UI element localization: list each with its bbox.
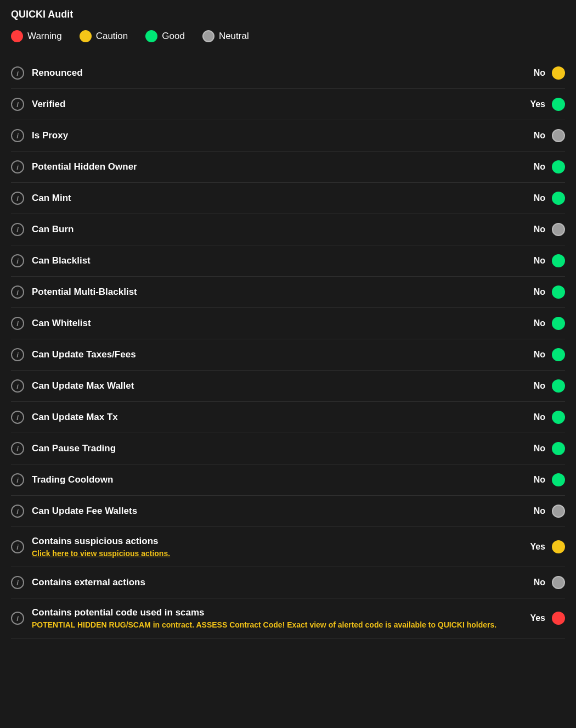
row-label-text-can-mint: Can Mint: [32, 193, 529, 204]
info-icon-contains-suspicious-actions[interactable]: i: [11, 540, 24, 553]
audit-row-verified: iVerifiedYes: [11, 89, 565, 120]
row-value-can-blacklist: No: [529, 256, 545, 266]
row-indicator-can-whitelist: [552, 317, 565, 330]
scam-warning-contains-potential-scam-code: POTENTIAL HIDDEN RUG/SCAM in contract. A…: [32, 620, 529, 629]
audit-row-can-mint: iCan MintNo: [11, 183, 565, 214]
info-icon-is-proxy[interactable]: i: [11, 129, 24, 142]
row-indicator-contains-suspicious-actions: [552, 540, 565, 553]
info-icon-can-mint[interactable]: i: [11, 192, 24, 205]
info-icon-can-update-taxes[interactable]: i: [11, 348, 24, 361]
row-indicator-contains-external-actions: [552, 576, 565, 589]
info-icon-can-burn[interactable]: i: [11, 223, 24, 236]
row-indicator-can-mint: [552, 192, 565, 205]
row-label-text-can-whitelist: Can Whitelist: [32, 318, 529, 329]
info-icon-can-whitelist[interactable]: i: [11, 317, 24, 330]
caution-label: Caution: [96, 31, 128, 42]
row-indicator-can-update-max-tx: [552, 411, 565, 424]
row-label-contains-external-actions: Contains external actions: [32, 577, 529, 588]
row-label-renounced: Renounced: [32, 68, 529, 79]
audit-row-renounced: iRenouncedNo: [11, 58, 565, 89]
app-container: QUICKI Audit Warning Caution Good Neutra…: [11, 9, 565, 639]
row-label-potential-multi-blacklist: Potential Multi-Blacklist: [32, 287, 529, 298]
row-label-can-update-fee-wallets: Can Update Fee Wallets: [32, 506, 529, 517]
audit-row-can-update-max-tx: iCan Update Max TxNo: [11, 402, 565, 433]
row-indicator-can-update-fee-wallets: [552, 505, 565, 518]
row-indicator-can-blacklist: [552, 254, 565, 267]
info-icon-can-update-max-wallet[interactable]: i: [11, 379, 24, 393]
row-link-contains-suspicious-actions[interactable]: Click here to view suspicious actions.: [32, 549, 529, 558]
row-label-text-can-update-max-wallet: Can Update Max Wallet: [32, 380, 529, 391]
row-value-renounced: No: [529, 68, 545, 78]
row-label-text-potential-hidden-owner: Potential Hidden Owner: [32, 161, 529, 172]
row-indicator-potential-multi-blacklist: [552, 285, 565, 299]
info-icon-potential-hidden-owner[interactable]: i: [11, 160, 24, 173]
row-label-text-contains-potential-scam-code: Contains potential code used in scams: [32, 607, 529, 618]
suspicious-link[interactable]: Click here to view suspicious actions.: [32, 549, 170, 558]
row-label-contains-suspicious-actions: Contains suspicious actionsClick here to…: [32, 536, 529, 558]
legend: Warning Caution Good Neutral: [11, 30, 565, 47]
warning-label: Warning: [27, 31, 62, 42]
row-indicator-verified: [552, 98, 565, 111]
audit-row-contains-external-actions: iContains external actionsNo: [11, 567, 565, 598]
info-icon-trading-cooldown[interactable]: i: [11, 473, 24, 486]
info-icon-potential-multi-blacklist[interactable]: i: [11, 285, 24, 299]
row-label-can-burn: Can Burn: [32, 224, 529, 235]
warning-dot: [11, 30, 23, 42]
row-label-can-whitelist: Can Whitelist: [32, 318, 529, 329]
row-value-can-update-max-wallet: No: [529, 381, 545, 391]
row-label-trading-cooldown: Trading Cooldown: [32, 474, 529, 485]
legend-item-neutral: Neutral: [202, 30, 249, 42]
info-icon-verified[interactable]: i: [11, 98, 24, 111]
row-indicator-potential-hidden-owner: [552, 160, 565, 173]
row-value-potential-hidden-owner: No: [529, 162, 545, 172]
row-label-text-contains-external-actions: Contains external actions: [32, 577, 529, 588]
row-label-text-contains-suspicious-actions: Contains suspicious actions: [32, 536, 529, 547]
info-icon-can-update-fee-wallets[interactable]: i: [11, 505, 24, 518]
row-label-text-is-proxy: Is Proxy: [32, 130, 529, 141]
row-label-is-proxy: Is Proxy: [32, 130, 529, 141]
row-label-potential-hidden-owner: Potential Hidden Owner: [32, 161, 529, 172]
row-label-contains-potential-scam-code: Contains potential code used in scamsPOT…: [32, 607, 529, 629]
info-icon-renounced[interactable]: i: [11, 66, 24, 80]
info-icon-can-update-max-tx[interactable]: i: [11, 411, 24, 424]
row-value-can-whitelist: No: [529, 318, 545, 328]
audit-list: iRenouncedNoiVerifiedYesiIs ProxyNoiPote…: [11, 58, 565, 639]
row-label-text-can-blacklist: Can Blacklist: [32, 255, 529, 266]
row-value-contains-potential-scam-code: Yes: [529, 613, 545, 623]
row-indicator-is-proxy: [552, 129, 565, 142]
row-indicator-can-update-taxes: [552, 348, 565, 361]
row-indicator-can-update-max-wallet: [552, 379, 565, 393]
audit-row-potential-multi-blacklist: iPotential Multi-BlacklistNo: [11, 277, 565, 308]
row-label-text-potential-multi-blacklist: Potential Multi-Blacklist: [32, 287, 529, 298]
audit-row-contains-suspicious-actions: iContains suspicious actionsClick here t…: [11, 527, 565, 567]
info-icon-can-blacklist[interactable]: i: [11, 254, 24, 267]
neutral-dot: [202, 30, 214, 42]
good-dot: [145, 30, 157, 42]
row-indicator-renounced: [552, 66, 565, 80]
row-indicator-trading-cooldown: [552, 473, 565, 486]
legend-item-good: Good: [145, 30, 185, 42]
row-label-text-verified: Verified: [32, 99, 529, 110]
row-value-can-update-fee-wallets: No: [529, 506, 545, 516]
row-value-can-burn: No: [529, 225, 545, 234]
row-label-can-update-max-tx: Can Update Max Tx: [32, 412, 529, 423]
caution-dot: [80, 30, 92, 42]
info-icon-contains-external-actions[interactable]: i: [11, 576, 24, 589]
row-label-can-mint: Can Mint: [32, 193, 529, 204]
info-icon-contains-potential-scam-code[interactable]: i: [11, 612, 24, 625]
audit-row-is-proxy: iIs ProxyNo: [11, 120, 565, 152]
row-value-verified: Yes: [529, 99, 545, 109]
row-label-verified: Verified: [32, 99, 529, 110]
row-label-text-renounced: Renounced: [32, 68, 529, 79]
row-indicator-can-pause-trading: [552, 442, 565, 455]
audit-row-can-pause-trading: iCan Pause TradingNo: [11, 433, 565, 464]
row-value-contains-external-actions: No: [529, 578, 545, 587]
row-value-contains-suspicious-actions: Yes: [529, 542, 545, 552]
row-label-can-blacklist: Can Blacklist: [32, 255, 529, 266]
row-indicator-contains-potential-scam-code: [552, 612, 565, 625]
info-icon-can-pause-trading[interactable]: i: [11, 442, 24, 455]
good-label: Good: [162, 31, 185, 42]
audit-row-trading-cooldown: iTrading CooldownNo: [11, 464, 565, 496]
row-value-is-proxy: No: [529, 131, 545, 141]
row-label-text-trading-cooldown: Trading Cooldown: [32, 474, 529, 485]
